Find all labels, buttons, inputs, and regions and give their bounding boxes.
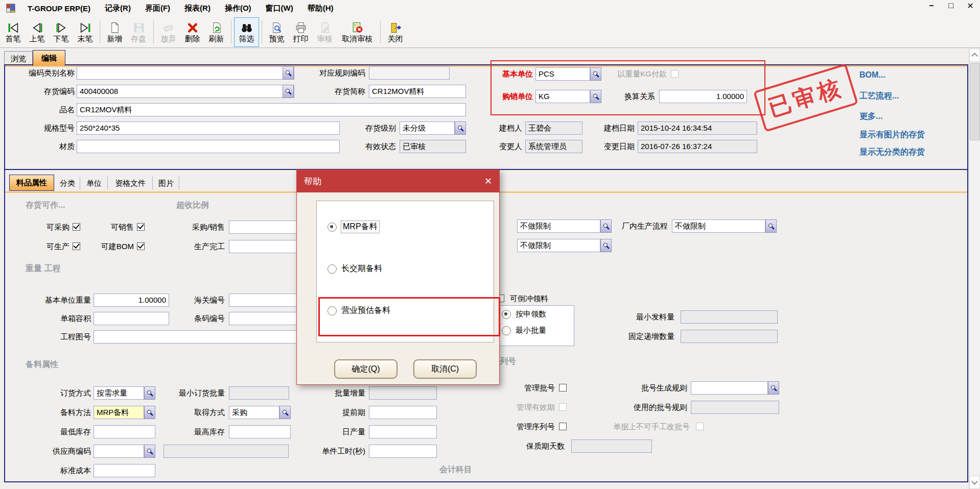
scrollbar-thumb[interactable] [970, 63, 980, 140]
can-sale-checkbox[interactable] [137, 223, 145, 231]
restore-button[interactable]: □ [945, 1, 956, 11]
item-code-lookup-icon[interactable] [283, 85, 294, 98]
conversion-field[interactable]: 1.00000 [659, 90, 747, 103]
option-long-lead-prep[interactable]: 长交期备料 [328, 263, 382, 274]
min-stock-field[interactable] [94, 425, 155, 438]
manage-batch-checkbox[interactable] [559, 384, 567, 392]
spec-field[interactable]: 250*240*35 [77, 121, 340, 135]
item-abbr-field[interactable]: CR12MOV精料 [369, 85, 466, 98]
trade-unit-field[interactable]: KG [535, 90, 590, 103]
scroll-up-button[interactable] [969, 48, 980, 62]
cancel-audit-button[interactable]: 取消审核 [337, 18, 378, 46]
first-record-button[interactable]: 首笔 [1, 18, 25, 46]
item-level-lookup-icon[interactable] [455, 121, 466, 135]
prev-record-button[interactable]: 上笔 [25, 18, 49, 46]
next-record-button[interactable]: 下笔 [49, 18, 73, 46]
factory-flow-lookup-icon[interactable] [765, 219, 777, 233]
item-code-field[interactable]: 400400008 [77, 85, 294, 98]
subtab-images[interactable]: 图片 [153, 177, 179, 190]
box-volume-field[interactable] [94, 312, 169, 325]
max-stock-field[interactable] [229, 425, 291, 438]
trade-unit-lookup-icon[interactable] [590, 90, 601, 103]
link-show-with-image[interactable]: 显示有图片的存货 [859, 130, 925, 140]
can-bom-checkbox[interactable] [137, 242, 145, 250]
acquire-mode-lookup-icon[interactable] [279, 406, 291, 419]
preview-button[interactable]: 预览 [265, 18, 289, 46]
menu-help[interactable]: 帮助(H) [300, 1, 341, 16]
link-show-unclassified[interactable]: 显示无分类的存货 [859, 147, 925, 158]
rule-code-field[interactable] [369, 66, 450, 80]
can-produce-checkbox[interactable] [73, 242, 80, 250]
menu-tgroup-erp[interactable]: T-GROUP ERP(E) [20, 2, 98, 15]
limit2-lookup-icon[interactable] [600, 239, 612, 252]
order-mode-lookup-icon[interactable] [144, 386, 155, 400]
ok-button[interactable]: 确定(Q) [334, 359, 398, 379]
close-window-button[interactable]: ✕ [965, 1, 976, 11]
unit-work-time-field[interactable] [369, 445, 437, 458]
min-order-qty-field[interactable] [229, 386, 289, 400]
acquire-mode-field[interactable]: 采购 [229, 406, 279, 419]
supplier-code-lookup-icon[interactable] [144, 445, 155, 458]
subtab-item-attributes[interactable]: 料品属性 [9, 175, 54, 191]
panel-bottom-border [4, 481, 968, 482]
menu-window[interactable]: 窗口(W) [259, 1, 300, 16]
delete-button[interactable]: 删除 [180, 18, 204, 46]
new-button[interactable]: 新增 [103, 18, 127, 46]
material-field[interactable] [77, 140, 340, 153]
scroll-down-button[interactable] [969, 476, 980, 489]
refresh-button[interactable]: 刷新 [204, 18, 228, 46]
issue-min-batch-radio[interactable] [502, 326, 511, 335]
menu-report[interactable]: 报表(R) [177, 1, 218, 16]
option-mrp-prep[interactable]: MRP备料 [328, 221, 379, 233]
code-category-field[interactable] [77, 66, 294, 80]
help-dialog-titlebar[interactable]: 帮助 ✕ [297, 170, 499, 192]
mrp-prep-radio[interactable] [328, 223, 337, 232]
supplier-code-field[interactable] [94, 445, 144, 458]
base-unit-weight-field[interactable]: 1.00000 [94, 294, 169, 307]
issue-by-apply-option[interactable]: 按申领数 [502, 309, 546, 319]
code-category-lookup-icon[interactable] [283, 66, 294, 80]
subtab-qualification-files[interactable]: 资格文件 [108, 177, 153, 190]
factory-flow-field[interactable]: 不做限制 [672, 219, 765, 233]
base-unit-lookup-icon[interactable] [590, 67, 601, 81]
order-mode-field[interactable]: 按需求量 [94, 386, 144, 400]
last-record-button[interactable]: 末笔 [73, 18, 97, 46]
prep-method-lookup-icon[interactable] [144, 406, 155, 419]
item-level-field[interactable]: 未分级 [400, 121, 455, 135]
tab-edit[interactable]: 编辑 [33, 50, 65, 66]
batch-rule-field[interactable] [691, 381, 768, 395]
issue-min-batch-option[interactable]: 最小批量 [502, 326, 546, 335]
tab-browse[interactable]: 浏览 [4, 51, 33, 66]
menu-interface[interactable]: 界面(F) [138, 1, 177, 16]
can-purchase-checkbox[interactable] [73, 223, 80, 231]
filter-button[interactable]: 筛选 [234, 17, 259, 47]
link-process-flow[interactable]: 工艺流程... [859, 91, 899, 102]
subtab-unit[interactable]: 单位 [81, 177, 108, 190]
close-button[interactable]: 关闭 [383, 18, 407, 46]
limit1-field[interactable]: 不做限制 [517, 219, 600, 233]
long-lead-prep-radio[interactable] [328, 264, 337, 274]
batch-rule-lookup-icon[interactable] [768, 381, 779, 395]
lead-time-field[interactable] [369, 406, 437, 419]
dialog-close-icon[interactable]: ✕ [484, 177, 492, 186]
prep-method-field[interactable]: MRP备料 [94, 406, 144, 419]
limit2-field[interactable]: 不做限制 [517, 239, 600, 252]
subtab-classification[interactable]: 分类 [55, 177, 80, 190]
print-button[interactable]: 打印 [289, 18, 313, 46]
base-unit-field[interactable]: PCS [535, 67, 590, 81]
menu-operation[interactable]: 操作(O) [218, 1, 259, 16]
cancel-button[interactable]: 取消(C) [413, 359, 477, 379]
std-cost-field[interactable] [94, 464, 155, 477]
daily-output-field[interactable] [369, 425, 437, 438]
batch-increment-field[interactable] [369, 386, 437, 400]
menu-record[interactable]: 记录(R) [98, 1, 138, 16]
limit1-lookup-icon[interactable] [600, 219, 612, 233]
minimize-button[interactable]: – [926, 1, 937, 11]
manage-serial-checkbox[interactable] [559, 423, 567, 430]
link-bom[interactable]: BOM... [859, 70, 885, 80]
issue-by-apply-radio[interactable] [502, 310, 511, 319]
link-more[interactable]: 更多... [859, 111, 882, 122]
vertical-scrollbar[interactable] [969, 48, 980, 489]
item-name-field[interactable]: CR12MOV精料 [77, 103, 466, 116]
min-order-qty-label: 最小订货批量 [169, 386, 225, 400]
